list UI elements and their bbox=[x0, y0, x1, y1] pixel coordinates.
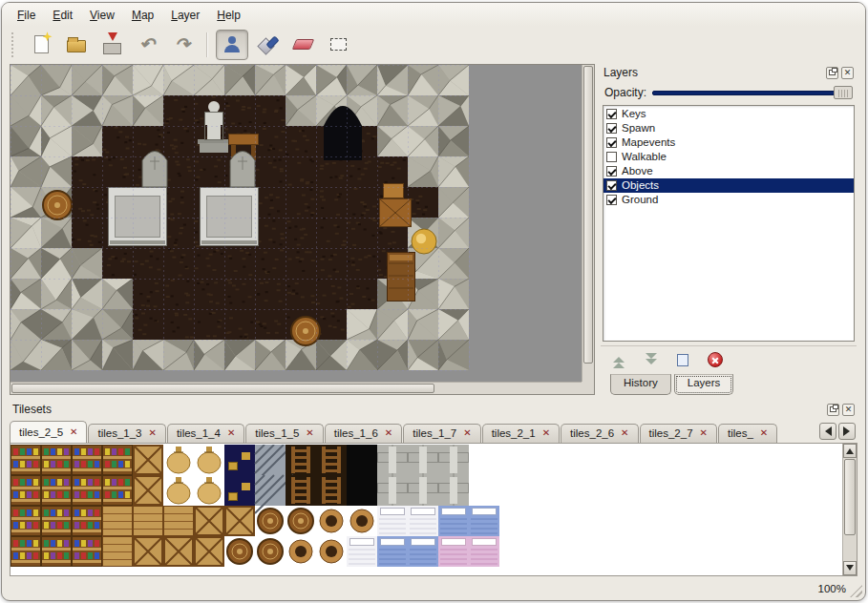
tilesets-panel-title: Tilesets bbox=[12, 403, 824, 416]
tileset-tabs-row: tiles_2_5✕tiles_1_3✕tiles_1_4✕tiles_1_5✕… bbox=[10, 419, 857, 444]
menu-file[interactable]: File bbox=[10, 7, 43, 24]
tileset-tab-label: tiles_1_4 bbox=[177, 427, 221, 439]
float-tilesets-icon[interactable] bbox=[827, 404, 839, 416]
tileset-tab-tiles_2_6[interactable]: tiles_2_6✕ bbox=[561, 424, 638, 443]
tileset-tab-tiles_2_7[interactable]: tiles_2_7✕ bbox=[640, 424, 717, 443]
layer-row-keys[interactable]: Keys bbox=[603, 107, 854, 121]
map-vscroll-thumb[interactable] bbox=[583, 66, 593, 364]
eraser-tool-button[interactable] bbox=[286, 30, 319, 60]
toolbar-separator bbox=[206, 32, 208, 57]
close-tab-icon[interactable]: ✕ bbox=[306, 428, 313, 438]
brush-tool-button[interactable] bbox=[251, 30, 284, 60]
float-panel-icon[interactable] bbox=[826, 67, 838, 79]
close-tab-icon[interactable]: ✕ bbox=[385, 428, 392, 438]
tileset-tab-tiles_1_3[interactable]: tiles_1_3✕ bbox=[88, 424, 165, 443]
close-tab-icon[interactable]: ✕ bbox=[621, 428, 628, 438]
tileset-tab-tiles_[interactable]: tiles_✕ bbox=[718, 424, 777, 443]
tileset-tab-label: tiles_1_5 bbox=[255, 427, 299, 439]
layer-checkbox[interactable] bbox=[606, 166, 617, 177]
status-bar: 100% bbox=[2, 576, 865, 600]
close-tab-icon[interactable]: ✕ bbox=[542, 428, 550, 438]
opacity-slider-track[interactable] bbox=[652, 91, 851, 95]
select-tool-button[interactable] bbox=[322, 30, 354, 60]
main-area: Layers ✕ Opacity: KeysSpawnMapeventsWalk… bbox=[2, 64, 865, 395]
menu-help[interactable]: Help bbox=[209, 7, 248, 24]
tileset-tab-label: tiles_2_7 bbox=[649, 427, 693, 439]
open-file-icon bbox=[67, 40, 86, 52]
chevron-up-icon bbox=[612, 354, 625, 366]
tileset-tab-tiles_2_5[interactable]: tiles_2_5✕ bbox=[10, 421, 87, 443]
undo-button[interactable]: ↶ bbox=[131, 30, 163, 60]
layer-checkbox[interactable] bbox=[606, 152, 617, 162]
tileset-tab-tiles_1_5[interactable]: tiles_1_5✕ bbox=[245, 424, 323, 443]
delete-layer-button[interactable] bbox=[706, 350, 725, 369]
menu-view[interactable]: View bbox=[82, 7, 122, 24]
scroll-tabs-right-button[interactable] bbox=[838, 423, 856, 440]
tileset-tab-tiles_2_1[interactable]: tiles_2_1✕ bbox=[482, 424, 560, 443]
layer-row-spawn[interactable]: Spawn bbox=[603, 121, 854, 135]
redo-button[interactable]: ↷ bbox=[166, 30, 199, 60]
toolbar-drag-handle[interactable] bbox=[11, 32, 16, 57]
tileset-canvas[interactable] bbox=[11, 445, 843, 571]
new-file-button[interactable] bbox=[25, 30, 57, 60]
tileset-scrollbar[interactable] bbox=[842, 444, 857, 575]
layer-row-walkable[interactable]: Walkable bbox=[603, 150, 854, 164]
close-tab-icon[interactable]: ✕ bbox=[227, 428, 235, 438]
stamp-tool-icon bbox=[224, 36, 240, 52]
tileset-scroll-thumb[interactable] bbox=[844, 459, 856, 535]
redo-icon: ↷ bbox=[175, 35, 190, 53]
layer-row-above[interactable]: Above bbox=[603, 164, 854, 178]
close-tilesets-icon[interactable]: ✕ bbox=[842, 404, 855, 416]
resize-grip[interactable] bbox=[850, 585, 862, 597]
layers-panel: Layers ✕ Opacity: KeysSpawnMapeventsWalk… bbox=[601, 64, 857, 395]
layer-checkbox[interactable] bbox=[606, 137, 617, 148]
layer-label: Objects bbox=[622, 179, 659, 191]
close-panel-icon[interactable]: ✕ bbox=[841, 67, 854, 79]
tileset-tab-tiles_1_4[interactable]: tiles_1_4✕ bbox=[167, 424, 244, 443]
panel-tabs: HistoryLayers bbox=[601, 374, 857, 395]
tab-history[interactable]: History bbox=[610, 374, 671, 395]
scroll-tabs-left-button[interactable] bbox=[819, 423, 836, 440]
save-file-icon bbox=[103, 43, 121, 54]
tilesets-panel-titlebar: Tilesets ✕ bbox=[10, 401, 857, 419]
stamp-tool-button[interactable] bbox=[216, 30, 248, 60]
menu-layer[interactable]: Layer bbox=[163, 7, 207, 24]
layer-checkbox[interactable] bbox=[606, 123, 617, 134]
layer-checkbox[interactable] bbox=[606, 195, 617, 205]
close-tab-icon[interactable]: ✕ bbox=[148, 428, 156, 438]
layer-row-ground[interactable]: Ground bbox=[603, 193, 854, 207]
menu-edit[interactable]: Edit bbox=[45, 7, 80, 24]
menu-map[interactable]: Map bbox=[124, 7, 161, 24]
layer-label: Walkable bbox=[622, 151, 667, 162]
tileset-tab-tiles_1_6[interactable]: tiles_1_6✕ bbox=[325, 424, 402, 443]
layer-actions bbox=[601, 345, 857, 374]
open-file-button[interactable] bbox=[60, 30, 93, 60]
zoom-level: 100% bbox=[818, 583, 846, 594]
tab-layers[interactable]: Layers bbox=[674, 374, 734, 395]
tileset-tab-tiles_1_7[interactable]: tiles_1_7✕ bbox=[403, 424, 480, 443]
layer-row-mapevents[interactable]: Mapevents bbox=[603, 135, 854, 150]
duplicate-layer-button[interactable] bbox=[675, 352, 690, 368]
raise-layer-button[interactable] bbox=[610, 352, 627, 368]
map-hscroll-thumb[interactable] bbox=[11, 384, 434, 393]
layer-row-objects[interactable]: Objects bbox=[603, 178, 854, 193]
scroll-down-button[interactable] bbox=[843, 561, 857, 575]
map-canvas[interactable] bbox=[11, 65, 582, 382]
opacity-row: Opacity: bbox=[601, 82, 857, 103]
close-tab-icon[interactable]: ✕ bbox=[700, 428, 708, 438]
scroll-up-button[interactable] bbox=[843, 444, 857, 458]
save-file-button[interactable] bbox=[95, 30, 128, 60]
opacity-slider[interactable] bbox=[652, 85, 853, 100]
tileset-tab-label: tiles_ bbox=[728, 427, 753, 439]
layer-label: Mapevents bbox=[622, 136, 675, 148]
map-vertical-scrollbar[interactable] bbox=[582, 65, 594, 382]
opacity-slider-handle[interactable] bbox=[834, 86, 853, 99]
close-tab-icon[interactable]: ✕ bbox=[70, 427, 77, 437]
close-tab-icon[interactable]: ✕ bbox=[463, 428, 471, 438]
close-tab-icon[interactable]: ✕ bbox=[760, 428, 768, 438]
layer-checkbox[interactable] bbox=[606, 180, 617, 191]
map-horizontal-scrollbar[interactable] bbox=[11, 382, 582, 394]
brush-tool-icon bbox=[259, 36, 276, 53]
lower-layer-button[interactable] bbox=[643, 352, 660, 368]
layer-checkbox[interactable] bbox=[606, 109, 617, 119]
